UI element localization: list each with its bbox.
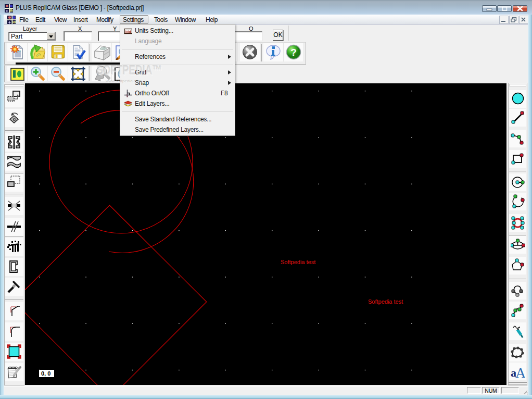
svg-text:0, 0: 0, 0 bbox=[41, 370, 50, 377]
svg-text:?: ? bbox=[290, 47, 297, 58]
svg-text:Softpedia test: Softpedia test bbox=[281, 259, 315, 265]
svg-text:RC: RC bbox=[10, 9, 13, 13]
svg-text:A: A bbox=[515, 365, 525, 379]
svg-text:RC: RC bbox=[12, 20, 16, 24]
svg-text:Softpedia test: Softpedia test bbox=[368, 298, 403, 305]
